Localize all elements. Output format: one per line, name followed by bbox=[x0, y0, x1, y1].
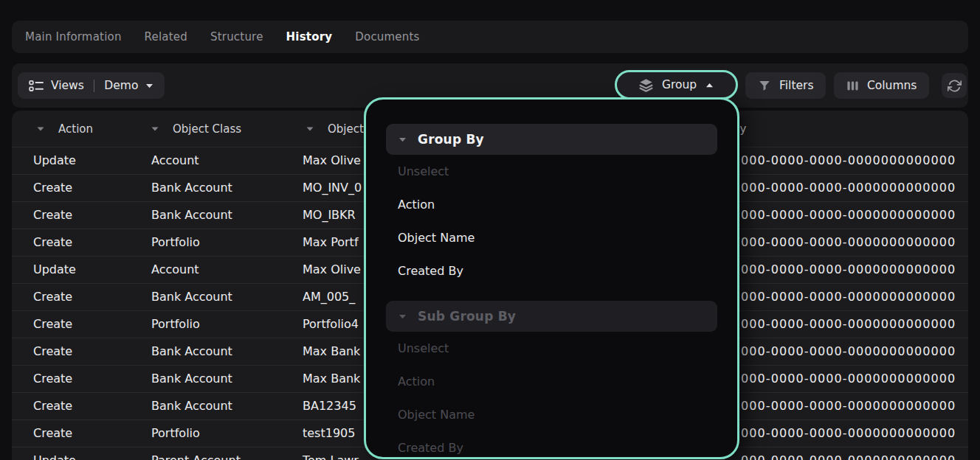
cell-object-class: Portfolio bbox=[151, 229, 200, 256]
cell-object-class: Bank Account bbox=[151, 175, 232, 201]
views-button[interactable]: Views Demo bbox=[18, 72, 165, 99]
layers-icon bbox=[639, 78, 653, 92]
cell-object-name: test1905 bbox=[303, 420, 355, 447]
cell-id-value: 000-0000-0000-0000000000000 bbox=[741, 311, 956, 338]
cell-action: Create bbox=[33, 284, 72, 310]
cell-action: Update bbox=[33, 257, 76, 283]
cell-object-name: BA12345 bbox=[303, 393, 356, 419]
sort-caret-icon bbox=[306, 127, 314, 131]
filter-icon bbox=[758, 79, 771, 92]
menu-item-object-name[interactable]: Object Name bbox=[366, 221, 737, 254]
group-by-menu: Group By UnselectActionObject NameCreate… bbox=[364, 97, 739, 459]
group-by-section: Group By UnselectActionObject NameCreate… bbox=[366, 124, 737, 288]
cell-id-value: 000-0000-0000-0000000000000 bbox=[741, 202, 956, 229]
menu-item-created-by[interactable]: Created By bbox=[366, 254, 737, 288]
cell-object-name: Max Olive bbox=[303, 257, 361, 283]
tab-main-information[interactable]: Main Information bbox=[25, 30, 122, 43]
cell-action: Create bbox=[33, 338, 72, 365]
cell-object-class: Portfolio bbox=[151, 311, 200, 338]
cell-action: Create bbox=[33, 311, 72, 338]
cell-id-value: 000-0000-0000-0000000000000 bbox=[741, 366, 956, 392]
cell-id-value: 000-0000-0000-0000000000000 bbox=[741, 338, 956, 365]
cell-object-class: Parent Account bbox=[151, 447, 241, 460]
menu-item-unselect: Unselect bbox=[366, 155, 737, 188]
cell-object-class: Account bbox=[151, 257, 199, 283]
menu-item-action: Action bbox=[366, 365, 737, 398]
views-divider bbox=[94, 80, 95, 92]
cell-object-class: Bank Account bbox=[151, 393, 232, 419]
cell-action: Update bbox=[33, 147, 76, 174]
cell-id-value: 000-0000-0000-0000000000000 bbox=[741, 393, 956, 419]
chevron-down-icon bbox=[145, 83, 153, 88]
cell-object-name: Tom Lawr bbox=[303, 447, 359, 460]
cell-object-class: Bank Account bbox=[151, 338, 232, 365]
columns-button[interactable]: Columns bbox=[834, 72, 929, 99]
cell-object-name: Portfolio4 bbox=[303, 311, 359, 338]
column-header-object-class[interactable]: Object Class bbox=[151, 111, 241, 147]
tab-history[interactable]: History bbox=[286, 30, 333, 43]
sub-group-by-options: UnselectActionObject NameCreated By bbox=[366, 332, 737, 459]
views-selected-value: Demo bbox=[104, 79, 138, 92]
cell-action: Create bbox=[33, 393, 72, 419]
cell-action: Create bbox=[33, 202, 72, 229]
refresh-icon bbox=[948, 79, 962, 93]
tab-documents[interactable]: Documents bbox=[355, 30, 419, 43]
menu-item-created-by: Created By bbox=[366, 431, 737, 459]
menu-item-object-name: Object Name bbox=[366, 398, 737, 431]
section-title: Sub Group By bbox=[418, 309, 516, 324]
column-header-action[interactable]: Action bbox=[37, 111, 93, 147]
tab-structure[interactable]: Structure bbox=[210, 30, 263, 43]
columns-label: Columns bbox=[867, 79, 917, 92]
group-label: Group bbox=[662, 78, 697, 91]
cell-object-class: Portfolio bbox=[151, 420, 200, 447]
group-by-options: UnselectActionObject NameCreated By bbox=[366, 155, 737, 288]
cell-action: Create bbox=[33, 366, 72, 392]
cell-object-class: Bank Account bbox=[151, 284, 232, 310]
cell-id-value: 000-0000-0000-0000000000000 bbox=[741, 257, 956, 283]
filters-label: Filters bbox=[779, 79, 813, 92]
cell-id-value: 000-0000-0000-0000000000000 bbox=[741, 447, 956, 460]
group-button[interactable]: Group bbox=[615, 70, 738, 100]
sub-group-by-section-header[interactable]: Sub Group By bbox=[386, 301, 717, 332]
cell-id-value: 000-0000-0000-0000000000000 bbox=[741, 175, 956, 201]
cell-object-name: Max Olive bbox=[303, 147, 361, 174]
cell-id-value: 000-0000-0000-0000000000000 bbox=[741, 420, 956, 447]
tab-related[interactable]: Related bbox=[145, 30, 187, 43]
cell-object-class: Bank Account bbox=[151, 366, 232, 392]
tab-bar: Main InformationRelatedStructureHistoryD… bbox=[12, 21, 968, 53]
cell-action: Create bbox=[33, 420, 72, 447]
views-label: Views bbox=[51, 79, 84, 92]
sort-caret-icon bbox=[151, 127, 159, 131]
cell-action: Create bbox=[33, 229, 72, 256]
sub-group-by-section: Sub Group By UnselectActionObject NameCr… bbox=[366, 301, 737, 459]
columns-icon bbox=[846, 80, 859, 92]
cell-object-name: MO_INV_0 bbox=[303, 175, 362, 201]
cell-object-class: Account bbox=[151, 147, 199, 174]
cell-object-name: Max Bank bbox=[303, 338, 360, 365]
cell-id-value: 000-0000-0000-0000000000000 bbox=[741, 147, 956, 174]
cell-object-name: Max Bank bbox=[303, 366, 360, 392]
cell-id-value: 000-0000-0000-0000000000000 bbox=[741, 284, 956, 310]
chevron-down-icon bbox=[398, 314, 407, 319]
sort-caret-icon bbox=[37, 127, 44, 131]
column-label: Object Class bbox=[173, 122, 241, 136]
chevron-up-icon bbox=[705, 83, 714, 88]
menu-item-action[interactable]: Action bbox=[366, 188, 737, 221]
menu-item-unselect: Unselect bbox=[366, 332, 737, 365]
column-label: Action bbox=[58, 122, 93, 136]
section-title: Group By bbox=[418, 132, 484, 147]
cell-object-name: Max Portf bbox=[303, 229, 359, 256]
cell-action: Update bbox=[33, 447, 76, 460]
filters-button[interactable]: Filters bbox=[745, 72, 826, 99]
cell-action: Create bbox=[33, 175, 72, 201]
refresh-button[interactable] bbox=[942, 73, 967, 98]
list-icon bbox=[29, 80, 44, 92]
cell-id-value: 000-0000-0000-0000000000000 bbox=[741, 229, 956, 256]
chevron-down-icon bbox=[398, 137, 407, 142]
cell-object-name: MO_IBKR bbox=[303, 202, 356, 229]
group-by-section-header[interactable]: Group By bbox=[386, 124, 717, 155]
cell-object-class: Bank Account bbox=[151, 202, 232, 229]
cell-object-name: AM_005_ bbox=[303, 284, 355, 310]
